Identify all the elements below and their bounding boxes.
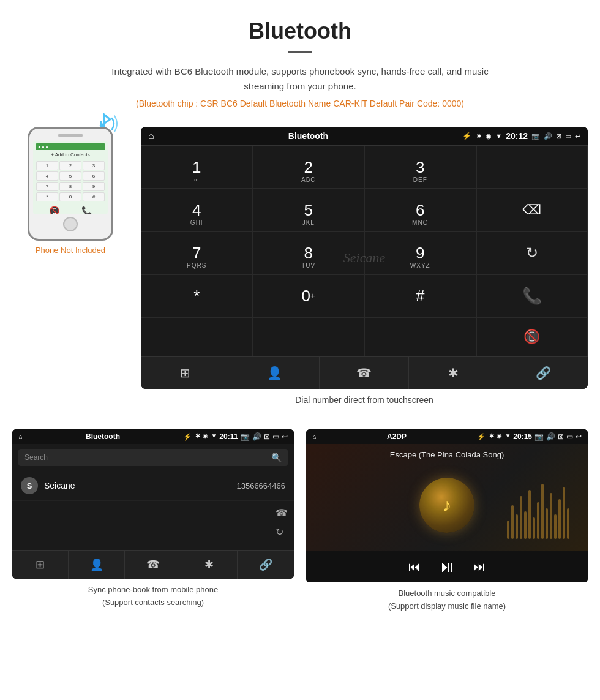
- pb-back-icon[interactable]: ↩: [282, 432, 288, 441]
- pb-phone-icon[interactable]: ☎: [125, 551, 181, 579]
- pb-home-icon[interactable]: ⌂: [18, 433, 23, 440]
- music-screen: ⌂ A2DP ⚡ ✱ ◉ ▼ 20:15 📷 🔊 ⊠ ▭ ↩ Escape (T…: [306, 429, 588, 582]
- phone-key-1[interactable]: 1: [36, 161, 58, 170]
- header-specs: (Bluetooth chip : CSR BC6 Default Blueto…: [12, 99, 588, 108]
- pb-cam-icon[interactable]: 📷: [241, 432, 250, 441]
- music-prev-button[interactable]: ⏮: [408, 560, 421, 574]
- dial-backspace-button[interactable]: ⌫: [476, 189, 588, 231]
- pb-apps-icon[interactable]: ⊞: [12, 551, 69, 579]
- dial-time: 20:12: [506, 131, 528, 141]
- phone-key-7[interactable]: 7: [36, 182, 58, 191]
- window-icon[interactable]: ▭: [565, 132, 571, 140]
- dial-key-5[interactable]: 5JKL: [253, 189, 365, 231]
- music-screen-icon[interactable]: ⊠: [558, 432, 564, 441]
- phone-key-0[interactable]: 0: [59, 192, 81, 201]
- eq-bar-2: [511, 505, 514, 539]
- phone-key-3[interactable]: 3: [83, 161, 105, 170]
- music-loc-icon: ◉: [497, 432, 502, 441]
- music-disc: ♪: [419, 478, 474, 533]
- eq-bar-8: [537, 502, 539, 539]
- page-header: Bluetooth Integrated with BC6 Bluetooth …: [0, 0, 600, 127]
- phone-not-included-label: Phone Not Included: [12, 246, 129, 255]
- phone-body: ● ● ● + Add to Contacts 1 2 3 4 5 6 7 8 …: [28, 127, 113, 241]
- phone-key-8[interactable]: 8: [59, 182, 81, 191]
- phone-key-star[interactable]: *: [36, 192, 58, 201]
- pb-contact-row[interactable]: S Seicane 13566664466: [12, 471, 294, 501]
- music-win-icon[interactable]: ▭: [566, 432, 573, 441]
- phone-speaker: [58, 134, 83, 137]
- pb-search-icon[interactable]: 🔍: [271, 453, 282, 462]
- pb-vol-icon[interactable]: 🔊: [252, 432, 261, 441]
- dial-key-2[interactable]: 2ABC: [253, 146, 365, 189]
- phone-key-5[interactable]: 5: [59, 171, 81, 181]
- dial-caption: Dial number direct from touchscreen: [141, 395, 588, 405]
- dial-end-call-button[interactable]: 📵: [476, 317, 588, 356]
- bottom-section: ⌂ Bluetooth ⚡ ✱ ◉ ▼ 20:11 📷 🔊 ⊠ ▭ ↩: [0, 417, 600, 625]
- header-divider: [288, 51, 312, 53]
- pb-loc-icon: ◉: [203, 432, 208, 441]
- dial-key-6[interactable]: 6MNO: [364, 189, 476, 231]
- dial-key-4[interactable]: 4GHI: [141, 189, 253, 231]
- music-back-icon[interactable]: ↩: [576, 432, 582, 441]
- pb-search-box[interactable]: Search 🔍: [18, 449, 288, 466]
- music-note-icon: ♪: [443, 495, 452, 516]
- dial-right-icons: ✱ ◉ ▼ 20:12 📷 🔊 ⊠ ▭ ↩: [476, 131, 580, 141]
- music-home-icon[interactable]: ⌂: [312, 433, 317, 440]
- dial-key-star[interactable]: *: [141, 274, 253, 317]
- dial-status-bar: ⌂ Bluetooth ⚡ ✱ ◉ ▼ 20:12 📷 🔊 ⊠ ▭ ↩: [141, 127, 588, 145]
- dial-screen: ⌂ Bluetooth ⚡ ✱ ◉ ▼ 20:12 📷 🔊 ⊠ ▭ ↩: [141, 127, 588, 389]
- eq-bar-3: [516, 514, 518, 539]
- dial-key-7[interactable]: 7PQRS: [141, 231, 253, 274]
- pb-refresh-right-icon[interactable]: ↻: [276, 526, 288, 538]
- pb-win-icon[interactable]: ▭: [272, 432, 279, 441]
- dial-apps-icon[interactable]: ⊞: [141, 357, 230, 389]
- dial-contacts-icon[interactable]: 👤: [230, 357, 320, 389]
- dial-phone-icon[interactable]: ☎: [320, 357, 409, 389]
- pb-link-icon[interactable]: 🔗: [238, 551, 294, 579]
- dial-redial-button[interactable]: ↻: [476, 231, 588, 274]
- music-next-button[interactable]: ⏭: [473, 560, 486, 574]
- dial-key-0[interactable]: 0+: [253, 274, 365, 317]
- phone-key-2[interactable]: 2: [59, 161, 81, 170]
- pb-signal-icon: ▼: [211, 432, 217, 441]
- home-icon[interactable]: ⌂: [148, 130, 154, 141]
- dial-link-icon[interactable]: 🔗: [498, 357, 588, 389]
- eq-bar-12: [554, 514, 557, 539]
- phone-key-6[interactable]: 6: [83, 171, 105, 181]
- music-eq-bars: [507, 472, 569, 539]
- pb-title: Bluetooth: [26, 432, 180, 441]
- music-play-button[interactable]: ⏯: [439, 557, 455, 576]
- dial-key-3[interactable]: 3DEF: [364, 146, 476, 189]
- dial-key-1[interactable]: 1∞: [141, 146, 253, 189]
- back-icon[interactable]: ↩: [575, 132, 580, 140]
- dial-key-hash[interactable]: #: [364, 274, 476, 317]
- music-controls: ⏮ ⏯ ⏭: [306, 551, 588, 582]
- camera-icon[interactable]: 📷: [531, 132, 540, 140]
- usb-icon: ⚡: [462, 132, 471, 140]
- dial-call-button[interactable]: 📞: [476, 274, 588, 317]
- dial-key-9[interactable]: 9WXYZ: [364, 231, 476, 274]
- pb-screen-icon[interactable]: ⊠: [264, 432, 270, 441]
- music-vol-icon[interactable]: 🔊: [546, 432, 555, 441]
- phone-key-9[interactable]: 9: [83, 182, 105, 191]
- dial-bluetooth-icon[interactable]: ✱: [409, 357, 498, 389]
- music-caption: Bluetooth music compatible (Support disp…: [306, 587, 588, 613]
- eq-bar-1: [507, 521, 509, 539]
- pb-user-icon[interactable]: 👤: [69, 551, 125, 579]
- volume-icon[interactable]: 🔊: [544, 132, 552, 140]
- music-art-area: ♪: [312, 465, 582, 545]
- pb-contact-number: 13566664466: [236, 481, 285, 491]
- phone-key-hash[interactable]: #: [83, 192, 105, 201]
- pb-bluetooth-icon[interactable]: ✱: [181, 551, 238, 579]
- phonebook-section: ⌂ Bluetooth ⚡ ✱ ◉ ▼ 20:11 📷 🔊 ⊠ ▭ ↩: [12, 429, 294, 613]
- dial-key-8[interactable]: 8TUV: [253, 231, 365, 274]
- phone-home-button[interactable]: [63, 217, 78, 231]
- music-usb-icon: ⚡: [477, 433, 486, 441]
- pb-bt-icon: ✱: [195, 432, 200, 441]
- pb-bottom-bar: ⊞ 👤 ☎ ✱ 🔗: [12, 550, 294, 579]
- phone-key-4[interactable]: 4: [36, 171, 58, 181]
- screen-icon[interactable]: ⊠: [556, 132, 561, 140]
- header-description: Integrated with BC6 Bluetooth module, su…: [92, 64, 508, 94]
- music-cam-icon[interactable]: 📷: [534, 432, 544, 441]
- pb-call-right-icon[interactable]: ☎: [276, 507, 288, 519]
